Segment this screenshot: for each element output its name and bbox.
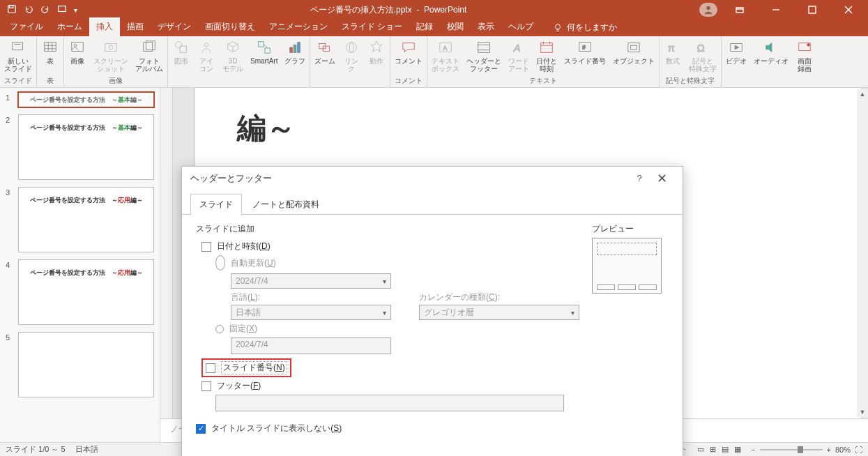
symbol-button[interactable]: Ω記号と 特殊文字: [686, 38, 719, 74]
screenshot-button[interactable]: スクリーン ショット: [91, 38, 131, 74]
slide-thumbnail[interactable]: [18, 332, 154, 397]
view-reading-icon[interactable]: ▤: [722, 445, 729, 454]
header-footer-button[interactable]: ヘッダーと フッター: [464, 38, 504, 74]
checkbox-hide-on-title[interactable]: [196, 424, 206, 434]
thumb-title: ページ番号を設定する方法 ～応用編～: [30, 268, 143, 278]
tab-help[interactable]: ヘルプ: [501, 17, 540, 36]
close-button[interactable]: [835, 0, 862, 20]
svg-rect-1: [10, 5, 13, 8]
tab-slideshow[interactable]: スライド ショー: [335, 17, 409, 36]
checkbox-date-time[interactable]: [201, 242, 211, 252]
quick-access-toolbar: ▾: [7, 4, 77, 16]
dialog-close-button[interactable]: ✕: [649, 171, 674, 186]
link-button[interactable]: リン ク: [340, 38, 363, 74]
view-sorter-icon[interactable]: ⊞: [710, 445, 716, 454]
textbox-button[interactable]: Aテキスト ボックス: [429, 38, 462, 74]
thumb-number: 4: [6, 259, 14, 325]
tab-design[interactable]: デザイン: [151, 17, 198, 36]
svg-point-10: [556, 24, 561, 29]
photo-album-button[interactable]: フォト アルバム: [132, 38, 166, 74]
svg-marker-58: [766, 43, 772, 52]
dialog-tab-slide[interactable]: スライド: [190, 194, 242, 215]
redo-icon[interactable]: [40, 4, 50, 16]
scroll-down-icon[interactable]: ▼: [858, 407, 867, 417]
maximize-button[interactable]: [798, 0, 826, 20]
3d-models-button[interactable]: 3D モデル: [220, 38, 246, 74]
thumb-title: ページ番号を設定する方法 ～基本編～: [30, 96, 143, 105]
undo-icon[interactable]: [24, 4, 33, 16]
zoom-out-button[interactable]: −: [751, 446, 755, 454]
ribbon-display-options-icon[interactable]: [726, 0, 754, 20]
tab-review[interactable]: 校閲: [440, 17, 471, 36]
scroll-up-icon[interactable]: ▲: [858, 89, 867, 99]
label-fixed: 固定(X): [229, 323, 257, 335]
checkbox-slide-number[interactable]: [206, 363, 215, 373]
audio-button[interactable]: オーディオ: [751, 38, 791, 66]
minimize-button[interactable]: [762, 0, 790, 20]
preview-label: プレビュー: [592, 223, 669, 235]
vertical-scrollbar[interactable]: ▲ ▼: [857, 89, 868, 417]
save-icon[interactable]: [7, 4, 17, 16]
tab-transitions[interactable]: 画面切り替え: [198, 17, 262, 36]
svg-point-26: [176, 42, 182, 48]
section-add-to-slide: スライドに追加: [196, 223, 581, 235]
chart-button[interactable]: グラフ: [282, 38, 308, 66]
tab-draw[interactable]: 描画: [120, 17, 151, 36]
account-avatar[interactable]: [699, 3, 717, 17]
status-language[interactable]: 日本語: [75, 444, 98, 455]
zoom-button[interactable]: ズーム: [312, 38, 338, 66]
pictures-button[interactable]: 画像: [66, 38, 89, 66]
tell-me-search[interactable]: 何をしますか: [549, 19, 621, 36]
date-time-button[interactable]: 日付と 時刻: [533, 38, 560, 74]
dropdown-language[interactable]: 日本語▾: [231, 305, 391, 320]
ribbon-tabs: ファイル ホーム 挿入 描画 デザイン 画面切り替え アニメーション スライド …: [0, 20, 868, 36]
radio-auto-update[interactable]: [215, 255, 225, 271]
comment-button[interactable]: コメント: [392, 38, 425, 66]
slide-thumbnail[interactable]: ページ番号を設定する方法 ～応用編～: [18, 187, 154, 252]
start-from-beginning-icon[interactable]: [57, 4, 67, 16]
checkbox-footer[interactable]: [201, 381, 211, 391]
screen-recording-button[interactable]: 画面 録画: [793, 38, 816, 74]
dialog-tab-notes-handouts[interactable]: ノートと配布資料: [243, 194, 328, 215]
video-button[interactable]: ビデオ: [723, 38, 749, 66]
svg-rect-46: [541, 43, 553, 53]
tab-record[interactable]: 記録: [409, 17, 440, 36]
slide-thumbnail[interactable]: ページ番号を設定する方法 ～基本編～: [18, 114, 154, 180]
slide-thumbnail[interactable]: ページ番号を設定する方法 ～基本編～: [18, 92, 154, 107]
icons-button[interactable]: アイ コン: [195, 38, 218, 74]
slide-thumbnail-pane[interactable]: 1ページ番号を設定する方法 ～基本編～2ページ番号を設定する方法 ～基本編～3ペ…: [0, 88, 160, 442]
svg-text:#: #: [583, 45, 586, 51]
tab-insert[interactable]: 挿入: [89, 17, 120, 36]
view-slideshow-icon[interactable]: ▦: [734, 445, 741, 454]
object-button[interactable]: オブジェクト: [610, 38, 657, 66]
svg-rect-34: [294, 45, 297, 52]
tab-view[interactable]: 表示: [471, 17, 501, 36]
textbox-fixed-date[interactable]: 2024/7/4: [231, 337, 391, 354]
textbox-footer[interactable]: [215, 395, 564, 411]
action-button[interactable]: 動作: [365, 38, 388, 66]
dialog-help-button[interactable]: ?: [630, 173, 649, 183]
slide-thumbnail[interactable]: ページ番号を設定する方法 ～応用編～: [18, 259, 154, 325]
dropdown-date-format[interactable]: 2024/7/4▾: [231, 273, 391, 289]
group-label-tables: 表: [38, 76, 62, 87]
table-button[interactable]: 表: [38, 38, 62, 66]
new-slide-button[interactable]: 新しい スライド: [1, 38, 35, 74]
label-slide-number: スライド番号(N): [221, 361, 287, 374]
thumb-number: 1: [6, 92, 14, 107]
wordart-button[interactable]: Aワード アート: [505, 38, 532, 74]
dropdown-calendar-type[interactable]: グレゴリオ暦▾: [419, 305, 579, 320]
tab-home[interactable]: ホーム: [50, 17, 89, 36]
zoom-slider[interactable]: [760, 449, 823, 450]
shapes-button[interactable]: 図形: [169, 38, 193, 66]
slide-number-button[interactable]: #スライド番号: [561, 38, 609, 66]
radio-fixed[interactable]: [215, 325, 224, 333]
zoom-in-button[interactable]: +: [827, 446, 831, 454]
fit-to-window-icon[interactable]: ⛶: [855, 446, 862, 454]
status-slide-counter: スライド 1/0 ～ 5: [6, 444, 66, 455]
zoom-value[interactable]: 80%: [835, 446, 851, 454]
smartart-button[interactable]: SmartArt: [248, 38, 280, 66]
tab-animations[interactable]: アニメーション: [262, 17, 335, 36]
view-normal-icon[interactable]: ▭: [697, 445, 704, 454]
equation-button[interactable]: π数式: [661, 38, 685, 66]
tab-file[interactable]: ファイル: [3, 17, 50, 36]
